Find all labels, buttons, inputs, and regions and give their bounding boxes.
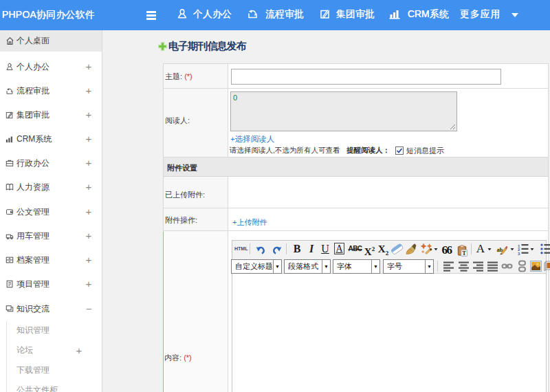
svg-text:3: 3	[518, 252, 520, 256]
svg-text:T: T	[462, 250, 466, 257]
